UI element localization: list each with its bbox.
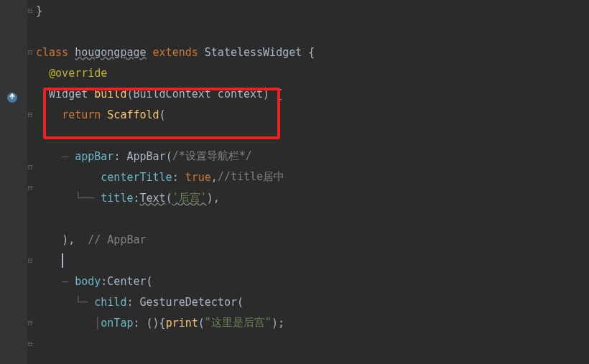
code-line (36, 125, 589, 146)
editor-gutter (0, 0, 27, 364)
code-line: └── title:Text('后宫'), (36, 187, 589, 208)
code-line: │onTap: (){print("这里是后宫"); (36, 312, 589, 333)
fold-icon[interactable]: ⊟ (26, 256, 34, 264)
fold-icon[interactable]: ⊟ (26, 183, 34, 192)
override-gutter-icon[interactable] (6, 91, 19, 104)
code-line: return Scaffold( (36, 104, 589, 125)
fold-icon[interactable]: ⊟ (26, 47, 34, 56)
code-editor[interactable]: } class hougongpage extends StatelessWid… (36, 0, 589, 364)
code-line (36, 250, 589, 271)
code-line: — body:Center( (36, 271, 589, 291)
fold-icon[interactable]: ⊟ (26, 318, 34, 327)
code-line: centerTitle: true,//title居中 (36, 167, 589, 187)
code-line: class hougongpage extends StatelessWidge… (36, 42, 589, 62)
code-line: Widget build(BuildContext context) { (36, 83, 589, 104)
code-line: @override (36, 62, 589, 83)
code-line: } (36, 0, 589, 21)
annotation: @override (49, 67, 107, 80)
fold-icon[interactable]: ⊟ (26, 6, 34, 14)
fold-icon[interactable]: ⊟ (26, 110, 34, 118)
fold-icon[interactable]: ⊟ (26, 162, 34, 171)
code-line: ), // AppBar (36, 229, 589, 250)
fold-icon[interactable]: ⊟ (26, 339, 34, 347)
code-line (36, 208, 589, 229)
text-cursor (62, 253, 63, 268)
code-line: └─ child: GestureDetector( (36, 291, 589, 312)
code-line: — appBar: AppBar(/*设置导航栏*/ (36, 146, 589, 167)
code-line (36, 21, 589, 42)
class-name: hougongpage (75, 46, 146, 59)
